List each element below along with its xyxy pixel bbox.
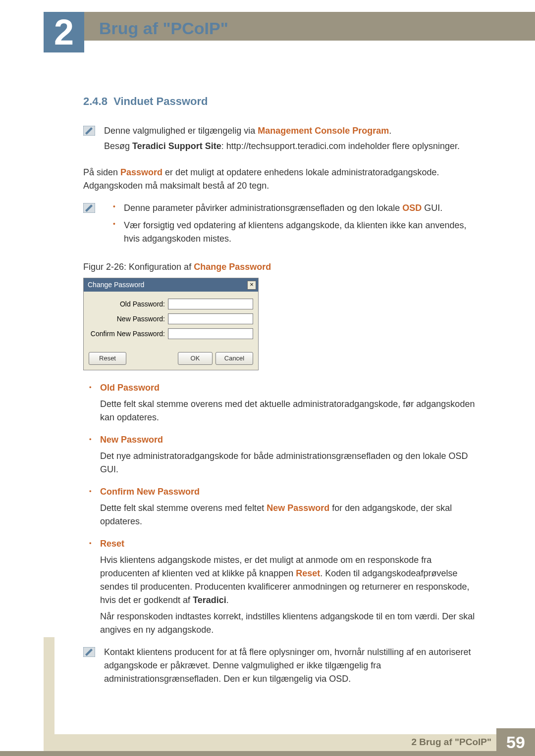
text: . xyxy=(389,126,391,136)
link-management-console: Management Console Program xyxy=(258,126,389,136)
section-number: 2.4.8 xyxy=(83,95,107,107)
dialog-title-text: Change Password xyxy=(88,280,144,290)
text: GUI. xyxy=(422,203,442,213)
page-content: 2.4.8 Vinduet Password Denne valgmulighe… xyxy=(83,93,482,699)
field-desc-old: Dette felt skal stemme overens med det a… xyxy=(89,398,482,424)
text: Denne valgmulighed er tilgængelig via xyxy=(104,126,258,136)
field-desc-new: Det nye administratoradgangskode for båd… xyxy=(89,450,482,476)
text: Figur 2-26: Konfiguration af xyxy=(83,262,194,272)
dialog-button-row: Reset OK Cancel xyxy=(84,346,258,370)
note-block-3: Kontakt klientens producent for at få fl… xyxy=(83,646,482,688)
old-password-row: Old Password: xyxy=(89,299,253,309)
pencil-note-icon xyxy=(83,203,95,213)
note-block-1: Denne valgmulighed er tilgængelig via Ma… xyxy=(83,124,482,155)
field-descriptions: Old Password Dette felt skal stemme over… xyxy=(89,381,482,637)
footer-line xyxy=(0,751,535,756)
teradici-keyword: Teradici xyxy=(193,595,226,605)
field-title-old: Old Password xyxy=(89,381,482,395)
note1-line1: Denne valgmulighed er tilgængelig via Ma… xyxy=(104,124,482,138)
field-desc-confirm: Dette felt skal stemme overens med felte… xyxy=(89,502,482,528)
note2-bullet-2: Vær forsigtig ved opdatering af klienten… xyxy=(113,219,482,246)
change-password-keyword: Change Password xyxy=(194,262,271,272)
text: Denne parameter påvirker administrations… xyxy=(124,203,402,213)
ok-button[interactable]: OK xyxy=(178,352,213,365)
reset-keyword: Reset xyxy=(296,568,320,578)
text: Dette felt skal stemme overens med felte… xyxy=(100,503,267,513)
new-password-keyword: New Password xyxy=(267,503,329,513)
reset-button[interactable]: Reset xyxy=(89,352,126,365)
password-keyword: Password xyxy=(120,167,162,177)
text: På siden xyxy=(83,167,120,177)
pencil-note-icon xyxy=(83,126,95,136)
cancel-button[interactable]: Cancel xyxy=(215,352,253,365)
text: . xyxy=(226,595,229,605)
intro-paragraph: På siden Password er det muligt at opdat… xyxy=(83,166,482,193)
figure-caption: Figur 2-26: Konfiguration af Change Pass… xyxy=(83,260,482,274)
text: Besøg xyxy=(104,141,132,151)
text: : http://techsupport.teradici.com indeho… xyxy=(221,141,460,151)
dialog-titlebar: Change Password × xyxy=(84,278,258,292)
pencil-note-icon xyxy=(83,647,95,657)
confirm-password-row: Confirm New Password: xyxy=(89,328,253,339)
field-title-confirm: Confirm New Password xyxy=(89,485,482,499)
field-confirm-password: Confirm New Password Dette felt skal ste… xyxy=(89,485,482,528)
old-password-label: Old Password: xyxy=(89,299,168,309)
field-old-password: Old Password Dette felt skal stemme over… xyxy=(89,381,482,424)
confirm-password-input[interactable] xyxy=(168,328,253,339)
chapter-number-box: 2 xyxy=(44,12,84,52)
note1-line2: Besøg Teradici Support Site: http://tech… xyxy=(104,140,482,153)
osd-keyword: OSD xyxy=(402,203,422,213)
reset-paragraph-2: Når responskoden indtastes korrekt, inds… xyxy=(100,610,482,637)
note3-text: Kontakt klientens producent for at få fl… xyxy=(104,646,482,686)
note2-bullet-1: Denne parameter påvirker administrations… xyxy=(113,202,482,215)
note-block-2: Denne parameter påvirker administrations… xyxy=(83,202,482,250)
dialog-close-button[interactable]: × xyxy=(247,281,256,290)
page-number: 59 xyxy=(496,728,535,756)
chapter-title: Brug af "PCoIP" xyxy=(99,16,228,41)
confirm-password-label: Confirm New Password: xyxy=(89,329,168,339)
teradici-support-site: Teradici Support Site xyxy=(132,141,221,151)
new-password-row: New Password: xyxy=(89,313,253,324)
change-password-dialog: Change Password × Old Password: New Pass… xyxy=(83,278,259,370)
field-title-reset: Reset xyxy=(89,537,482,551)
new-password-input[interactable] xyxy=(168,313,253,324)
field-reset: Reset Hvis klientens adgangskode mistes,… xyxy=(89,537,482,637)
field-new-password: New Password Det nye administratoradgang… xyxy=(89,433,482,476)
field-desc-reset: Hvis klientens adgangskode mistes, er de… xyxy=(89,554,482,637)
old-password-input[interactable] xyxy=(168,299,253,309)
dialog-body: Old Password: New Password: Confirm New … xyxy=(84,292,258,346)
section-title: Vinduet Password xyxy=(113,95,208,107)
new-password-label: New Password: xyxy=(89,314,168,324)
field-title-new: New Password xyxy=(89,433,482,447)
footer-chapter-text: 2 Brug af "PCoIP" xyxy=(411,735,491,750)
side-stripe xyxy=(44,637,54,756)
section-heading: 2.4.8 Vinduet Password xyxy=(83,93,482,109)
note2-bullet-list: Denne parameter påvirker administrations… xyxy=(113,202,482,246)
